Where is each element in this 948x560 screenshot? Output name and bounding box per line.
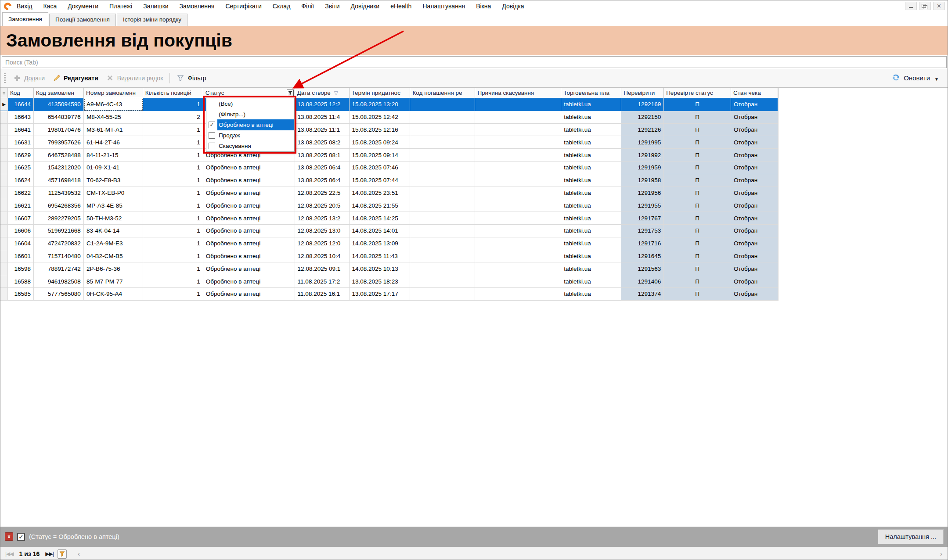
cell-positions: 1 [143,250,203,263]
cell-kod: 16629 [8,149,34,162]
table-row[interactable]: 166221125439532CM-TX-EB-P01Оброблено в а… [0,187,779,200]
table-row[interactable]: 166044724720832C1-2A-9M-E31Оброблено в а… [0,237,779,250]
table-row[interactable]: 1658557775650800H-CK-95-A41Оброблено в а… [0,288,779,301]
cell-expires: 15.08.2025 12:16 [350,124,411,136]
cell-status: Оброблено в аптеці [203,162,295,174]
column-header-order_number[interactable]: Номер замовленн [84,88,143,98]
filter-active-checkbox[interactable]: ✓ [17,533,25,541]
menu-item-Залишки[interactable]: Залишки [143,3,168,10]
menu-item-Вікна[interactable]: Вікна [476,3,491,10]
column-header-expires[interactable]: Термін придатнос [350,88,411,98]
unchecked-checkbox-icon[interactable] [209,132,215,139]
table-row[interactable]: 16601715714048004-B2-CM-B51Оброблено в а… [0,250,779,263]
toolbar-button-Додати[interactable]: Додати [9,72,49,84]
column-header-positions[interactable]: Кількість позицій [143,88,203,98]
clear-filter-button[interactable]: x [5,532,13,541]
column-header-verify[interactable]: Перевірити [621,88,664,98]
refresh-button[interactable]: Оновити ▼ [892,73,945,83]
filter-option-Оброблено в аптеці[interactable]: ✓Оброблено в аптеці [206,119,294,130]
cell-positions: 1 [143,162,203,174]
menu-item-Платежі[interactable]: Платежі [109,3,132,10]
filter-option-Продаж[interactable]: Продаж [206,130,294,141]
column-header-platform[interactable]: Торговельна пла [561,88,621,98]
table-row[interactable]: 16625154231202001-09-X1-411Оброблено в а… [0,162,779,174]
cell-kod: 16606 [8,225,34,237]
column-header-label: Кількість позицій [145,90,191,96]
toolbar-button-Редагувати[interactable]: Редагувати [49,72,102,84]
menu-item-Документи[interactable]: Документи [68,3,98,10]
table-row[interactable]: ▶166444135094590A9-M6-4C-431Оброблено в … [0,98,779,111]
minimize-button[interactable] [905,2,917,10]
cell-kod: 16621 [8,199,34,212]
toolbar-separator [169,73,170,83]
status-column-filter-button[interactable] [287,90,294,97]
table-row[interactable]: 166436544839776M8-X4-55-252Оброблено в а… [0,111,779,124]
cell-status: Оброблено в аптеці [203,212,295,225]
table-row[interactable]: 16606519692166883-4K-04-141Оброблено в а… [0,225,779,237]
unchecked-checkbox-icon[interactable] [209,143,215,149]
cell-status: Оброблено в аптеці [203,187,295,200]
cell-verify_status: П [664,98,731,111]
table-row[interactable]: 16588946198250885-M7-PM-771Оброблено в а… [0,275,779,288]
cell-sel: ▶ [0,98,8,111]
menu-item-eHealth[interactable]: eHealth [390,3,411,10]
menu-item-Сертифікати[interactable]: Сертифікати [225,3,261,10]
column-header-kod[interactable]: Код [8,88,34,98]
filter-option-(Фільтр...)[interactable]: (Фільтр...) [206,109,294,119]
cell-order_number: M3-61-MT-A1 [84,124,143,136]
cell-expires: 15.08.2025 09:24 [350,136,411,149]
menu-item-Вихід[interactable]: Вихід [17,3,32,10]
refresh-dropdown-caret-icon[interactable]: ▼ [934,77,939,82]
hscroll-right-arrow[interactable]: › [940,550,942,557]
cell-cancel_reason [475,149,561,162]
first-record-button[interactable]: |◀◀ [3,550,16,558]
filter-option-(Все)[interactable]: (Все) [206,98,294,109]
menu-item-Склад[interactable]: Склад [273,3,291,10]
table-row[interactable]: 166244571698418T0-62-E8-B31Оброблено в а… [0,174,779,187]
menu-item-Каса[interactable]: Каса [43,3,57,10]
menu-item-Довідники[interactable]: Довідники [351,3,380,10]
last-record-button[interactable]: ▶▶| [43,550,56,558]
cell-order_code: 1542312020 [34,162,84,174]
navigator-filter-button[interactable] [58,549,67,559]
table-row[interactable]: 166411980170476M3-61-MT-A11Оброблено в а… [0,124,779,136]
tab-Замовлення[interactable]: Замовлення [2,12,48,26]
column-header-check_state[interactable]: Стан чека [731,88,778,98]
table-row[interactable]: 1659878891727422P-B6-75-361Оброблено в а… [0,262,779,275]
filter-summary-text: (Статус = Оброблено в аптеці) [29,533,119,540]
cell-order_code: 5196921668 [34,225,84,237]
hscroll-left-arrow[interactable]: ‹ [78,550,80,557]
toolbar-button-Видалити рядок[interactable]: Видалити рядок [102,72,167,84]
table-row[interactable]: 16631799395762661-H4-2T-461Оброблено в а… [0,136,779,149]
filter-option-Скасування[interactable]: Скасування [206,141,294,151]
cell-platform: tabletki.ua [561,225,621,237]
column-header-redeem_code[interactable]: Код погашення ре [410,88,475,98]
menu-item-Довідка[interactable]: Довідка [502,3,524,10]
cell-check_state: Отобран [731,162,778,174]
menu-item-Замовлення[interactable]: Замовлення [180,3,215,10]
column-header-cancel_reason[interactable]: Причина скасування [475,88,561,98]
menu-item-Звіти[interactable]: Звіти [325,3,339,10]
cell-platform: tabletki.ua [561,111,621,124]
settings-button[interactable]: Налаштування ... [878,529,944,544]
checked-checkbox-icon[interactable]: ✓ [209,122,215,128]
search-input[interactable] [2,56,947,68]
column-header-order_code[interactable]: Код замовлен [34,88,84,98]
cell-kod: 16641 [8,124,34,136]
close-button[interactable] [933,2,945,10]
table-row[interactable]: 166216954268356MP-A3-4E-851Оброблено в а… [0,199,779,212]
tab-Позиції замовлення[interactable]: Позиції замовлення [49,14,116,26]
menu-item-Філії[interactable]: Філії [301,3,314,10]
table-row[interactable]: 16607289227920550-TH-M3-521Оброблено в а… [0,212,779,225]
column-header-sel[interactable]: ≡ [0,88,8,98]
restore-button[interactable] [919,2,931,10]
table-row[interactable]: 16629646752848884-11-21-151Оброблено в а… [0,149,779,162]
menu-item-Налаштування[interactable]: Налаштування [422,3,465,10]
toolbar-button-Фільтр[interactable]: Фільтр [173,72,210,84]
column-header-verify_status[interactable]: Перевірте статус [664,88,731,98]
cell-sel [0,262,8,275]
tab-Історія зміни порядку[interactable]: Історія зміни порядку [117,14,187,26]
cell-sel [0,199,8,212]
column-header-status[interactable]: Статус [203,88,295,98]
column-header-created[interactable]: Дата створе▽ [295,88,350,98]
